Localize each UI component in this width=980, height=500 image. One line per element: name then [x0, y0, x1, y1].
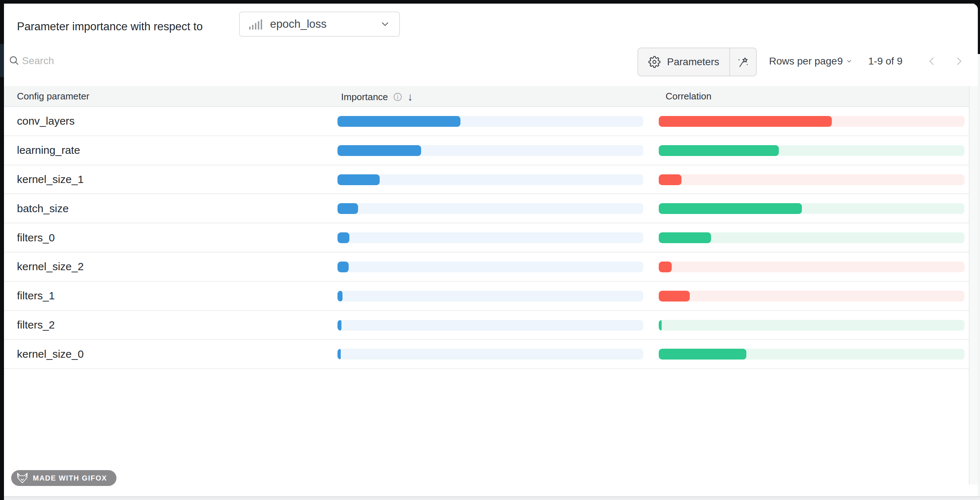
correlation-bar-track	[659, 349, 964, 360]
correlation-bar-track	[659, 175, 964, 185]
correlation-bar-fill	[659, 349, 746, 360]
table-row: filters_2	[4, 311, 978, 340]
gear-icon	[648, 56, 660, 68]
chevron-down-icon	[846, 58, 852, 65]
importance-bar-track	[337, 175, 643, 185]
parameters-button-label: Parameters	[667, 56, 719, 68]
parameters-button[interactable]: Parameters	[638, 48, 729, 76]
importance-bar-track	[337, 291, 643, 302]
importance-bar-fill	[337, 203, 358, 214]
background-left-accent	[0, 44, 4, 77]
column-header-importance[interactable]: Importance ↓	[341, 91, 413, 103]
config-parameter-name: filters_1	[17, 290, 55, 302]
panel-title: Parameter importance with respect to	[17, 20, 203, 33]
importance-bar-fill	[337, 175, 380, 185]
gifox-badge-label: MADE WITH GIFOX	[33, 474, 107, 483]
table-row: learning_rate	[4, 136, 978, 165]
table-row: filters_0	[4, 223, 978, 252]
correlation-bar-track	[659, 262, 964, 272]
table-settings-button-group: Parameters	[638, 48, 757, 76]
info-icon[interactable]	[393, 92, 402, 102]
importance-bar-track	[337, 262, 643, 272]
config-parameter-name: batch_size	[17, 202, 68, 215]
arrow-down-icon[interactable]: ↓	[407, 91, 413, 103]
rows-per-page-select[interactable]: 9	[837, 56, 852, 67]
correlation-bar-fill	[659, 116, 832, 127]
importance-bar-track	[337, 232, 643, 243]
background-bottom-strip	[4, 497, 980, 500]
metric-dropdown-value: epoch_loss	[270, 17, 327, 31]
importance-bar-fill	[337, 320, 342, 331]
importance-bar-track	[337, 320, 643, 331]
config-parameter-name: conv_layers	[17, 115, 75, 127]
importance-bar-track	[337, 349, 643, 360]
app-window: Parameter importance with respect to epo…	[0, 0, 980, 500]
table-row: batch_size	[4, 194, 978, 223]
metric-dropdown[interactable]: epoch_loss	[239, 11, 400, 37]
magic-wand-icon	[737, 56, 749, 68]
rows-per-page-label: Rows per page	[769, 56, 837, 67]
fox-icon	[16, 472, 29, 484]
importance-bar-fill	[337, 145, 421, 156]
importance-header-label: Importance	[341, 92, 388, 103]
correlation-bar-track	[659, 145, 964, 156]
table-row: kernel_size_2	[4, 252, 978, 282]
bar-chart-icon	[248, 18, 262, 30]
correlation-bar-fill	[659, 320, 662, 331]
correlation-bar-fill	[659, 175, 681, 185]
table-row: filters_1	[4, 282, 978, 311]
table-row: kernel_size_1	[4, 165, 978, 195]
config-parameter-name: learning_rate	[17, 144, 80, 156]
importance-bar-fill	[337, 349, 341, 360]
config-parameter-name: kernel_size_0	[17, 348, 84, 360]
table-body: conv_layers learning_rate kernel_size_1 …	[4, 107, 978, 369]
importance-bar-track	[337, 203, 643, 214]
config-parameter-name: filters_0	[17, 232, 55, 244]
column-header-correlation[interactable]: Correlation	[666, 91, 711, 102]
importance-bar-track	[337, 145, 643, 156]
config-parameter-name: kernel_size_2	[17, 260, 84, 273]
gifox-badge: MADE WITH GIFOX	[11, 470, 116, 486]
rows-per-page-value: 9	[837, 56, 843, 67]
previous-page-button[interactable]	[926, 55, 939, 68]
importance-bar-track	[337, 116, 643, 127]
search-input[interactable]: Search	[22, 55, 54, 67]
next-page-button[interactable]	[952, 55, 965, 68]
correlation-bar-track	[659, 291, 964, 302]
correlation-bar-track	[659, 320, 964, 331]
importance-bar-fill	[337, 291, 342, 302]
config-parameter-name: filters_2	[17, 319, 55, 331]
correlation-bar-fill	[659, 232, 711, 243]
correlation-bar-fill	[659, 291, 690, 302]
importance-bar-fill	[337, 232, 349, 243]
importance-bar-fill	[337, 116, 460, 127]
table-header-row: Config parameter Importance ↓ Correlatio…	[4, 86, 978, 107]
column-header-config-parameter[interactable]: Config parameter	[17, 91, 89, 102]
config-parameter-name: kernel_size_1	[17, 173, 84, 186]
pagination-range: 1-9 of 9	[868, 56, 902, 67]
correlation-bar-track	[659, 232, 964, 243]
correlation-bar-fill	[659, 145, 779, 156]
table-row: kernel_size_0	[4, 340, 978, 369]
importance-bar-fill	[337, 262, 348, 272]
table-row: conv_layers	[4, 107, 978, 136]
correlation-bar-fill	[659, 203, 802, 214]
correlation-bar-track	[659, 203, 964, 214]
chevron-down-icon	[380, 19, 390, 30]
parameter-importance-panel: Parameter importance with respect to epo…	[4, 3, 978, 497]
scrollbar-gutter[interactable]	[969, 86, 978, 484]
correlation-bar-track	[659, 116, 964, 127]
background-top-strip	[0, 0, 980, 3]
magic-wand-button[interactable]	[730, 48, 756, 76]
search-icon	[8, 55, 20, 66]
correlation-bar-fill	[659, 262, 672, 272]
